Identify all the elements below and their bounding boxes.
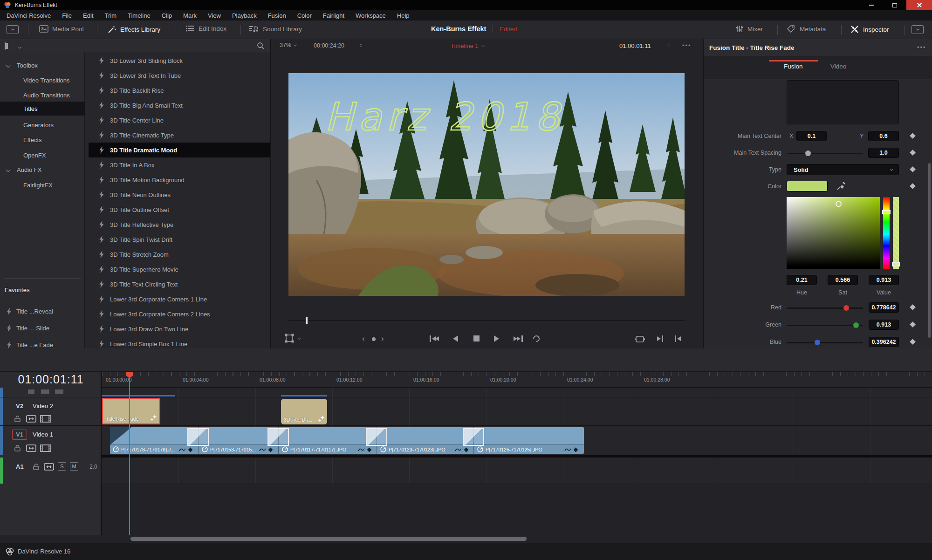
effects-list-item[interactable]: 3D Title Dramatic Mood: [89, 143, 270, 157]
inspector-options-menu[interactable]: •••: [917, 44, 926, 51]
previous-edit-button[interactable]: [675, 335, 681, 342]
saturation-value-picker[interactable]: [787, 197, 880, 269]
hue-slider-handle[interactable]: [882, 210, 891, 214]
edit-index-button[interactable]: Edit Index: [185, 25, 226, 32]
effects-list-item[interactable]: 3D Title Big And Small Text: [89, 98, 270, 113]
keyframe-icon[interactable]: [910, 304, 916, 310]
keyframe-icon[interactable]: [910, 166, 916, 172]
metadata-button[interactable]: Metadata: [787, 25, 826, 33]
alpha-slider-handle[interactable]: [892, 262, 900, 266]
alpha-slider[interactable]: [893, 197, 899, 269]
menu-item[interactable]: View: [202, 12, 226, 19]
search-icon[interactable]: [256, 41, 265, 50]
effects-list-item[interactable]: Lower 3rd Corporate Corners 1 Line: [89, 292, 270, 307]
effects-list-item[interactable]: 3D Title Outline Offset: [89, 202, 270, 217]
timeline-clip-photo[interactable]: P[7170178-7170178].J...: [113, 446, 175, 452]
picker-cursor[interactable]: [836, 201, 842, 207]
sidebar-item-audio-transitions[interactable]: Audio Transitions: [0, 88, 85, 102]
lock-icon[interactable]: [14, 444, 21, 452]
effects-list-item[interactable]: 3D Title In A Box: [89, 157, 270, 172]
solo-button[interactable]: S: [58, 462, 66, 471]
menu-item[interactable]: Mark: [178, 12, 202, 19]
viewer-scrubber-playhead[interactable]: [306, 317, 308, 324]
sidebar-item-audio-fx[interactable]: Audio FX: [0, 163, 85, 177]
color-swatch[interactable]: [787, 181, 828, 191]
playhead-line[interactable]: [129, 372, 130, 535]
keyframe-icon[interactable]: [910, 133, 916, 139]
add-keyframe-button[interactable]: [372, 337, 376, 341]
lock-icon[interactable]: [14, 415, 21, 423]
timeline-timecode[interactable]: 01:00:01:11: [0, 373, 102, 386]
timeline-clip-title[interactable]: 3D Title Dra...: [281, 399, 327, 424]
filmstrip-icon[interactable]: [40, 444, 51, 452]
effects-list-item[interactable]: 3D Title Text Circling Text: [89, 277, 270, 292]
effects-list-item[interactable]: 3D Title Reflective Type: [89, 217, 270, 232]
maximize-button[interactable]: [883, 0, 906, 10]
filmstrip-icon[interactable]: [40, 415, 51, 423]
keyframe-icon[interactable]: [910, 339, 916, 345]
step-back-button[interactable]: [453, 335, 458, 342]
effects-list-item[interactable]: 3D Title Motion Background: [89, 172, 270, 187]
tab-fusion[interactable]: Fusion: [784, 63, 803, 70]
transition-clip[interactable]: [366, 428, 387, 446]
inspector-button[interactable]: Inspector: [850, 25, 889, 34]
track-id-a1[interactable]: A1: [16, 463, 24, 470]
mute-button[interactable]: M: [70, 462, 78, 471]
timeline-ruler[interactable]: 01:00:00:00 01:00:04:00 01:00:08:00 01:0…: [102, 372, 932, 388]
viewer-zoom-select[interactable]: 37%: [280, 42, 296, 48]
slider-handle[interactable]: [815, 340, 820, 345]
timeline-clip-photo[interactable]: P[7170125-7170125].JPG: [477, 446, 542, 452]
menu-item[interactable]: Fusion: [262, 12, 292, 19]
inspector-scrollbar[interactable]: [928, 163, 931, 338]
hue-slider[interactable]: [883, 197, 890, 269]
main-text-center-x-field[interactable]: 0.1: [796, 131, 827, 141]
red-field[interactable]: 0.778642: [869, 302, 899, 313]
effects-list-item[interactable]: 3D Title Stretch Zoom: [89, 247, 270, 262]
lock-icon[interactable]: [33, 463, 40, 471]
next-keyframe-button[interactable]: ›: [381, 334, 384, 343]
keyframe-icon[interactable]: [910, 183, 916, 189]
close-button[interactable]: [906, 0, 932, 10]
auto-select-icon[interactable]: [26, 415, 36, 423]
green-field[interactable]: 0.913: [869, 320, 899, 330]
stop-button[interactable]: [473, 335, 480, 341]
effects-list-item[interactable]: 3D Title Superhero Movie: [89, 262, 270, 277]
track-name-v1[interactable]: Video 1: [33, 431, 53, 438]
effects-list-item[interactable]: 3D Title Spin Twist Drift: [89, 232, 270, 247]
chevron-down-icon[interactable]: [19, 43, 21, 50]
sidebar-item-video-transitions[interactable]: Video Transitions: [0, 73, 85, 87]
page-options-button[interactable]: [7, 25, 19, 34]
main-text-center-y-field[interactable]: 0.6: [868, 131, 899, 141]
tab-video[interactable]: Video: [830, 63, 846, 70]
transition-clip[interactable]: [187, 428, 209, 446]
effects-list-item[interactable]: 3D Title Cinematic Type: [89, 128, 270, 143]
minimize-button[interactable]: [860, 0, 883, 10]
blue-slider[interactable]: [787, 342, 863, 343]
menu-item[interactable]: DaVinci Resolve: [1, 12, 56, 19]
sidebar-item-openfx[interactable]: OpenFX: [0, 148, 85, 162]
sidebar-item-effects[interactable]: Effects: [0, 133, 85, 147]
viewer-options-menu[interactable]: •••: [682, 42, 692, 49]
eyedropper-icon[interactable]: [836, 181, 846, 191]
first-frame-button[interactable]: [430, 335, 439, 342]
green-slider[interactable]: [787, 325, 863, 326]
media-pool-button[interactable]: Media Pool: [39, 25, 84, 33]
menu-item[interactable]: Playback: [226, 12, 262, 19]
mixer-button[interactable]: Mixer: [735, 25, 763, 33]
main-text-input[interactable]: [787, 80, 899, 124]
hue-field[interactable]: 0.21: [787, 275, 817, 285]
value-field[interactable]: 0.913: [869, 275, 899, 285]
keyframe-icon[interactable]: [910, 321, 916, 328]
blue-field[interactable]: 0.396242: [869, 337, 899, 347]
menu-item[interactable]: Fairlight: [317, 12, 350, 19]
panel-toggle-icon[interactable]: [5, 42, 6, 49]
auto-select-icon[interactable]: [26, 444, 36, 452]
timeline-selector[interactable]: Timeline 1: [451, 42, 484, 49]
next-edit-button[interactable]: [657, 335, 663, 342]
fade-in-handle[interactable]: [110, 427, 131, 445]
effects-list-item[interactable]: 3D Title Center Line: [89, 113, 270, 128]
last-frame-button[interactable]: [514, 335, 523, 342]
timeline-clip-photo[interactable]: P[7170153-717015...: [202, 446, 256, 452]
previous-keyframe-button[interactable]: ‹: [362, 334, 365, 343]
slider-handle[interactable]: [853, 322, 859, 328]
